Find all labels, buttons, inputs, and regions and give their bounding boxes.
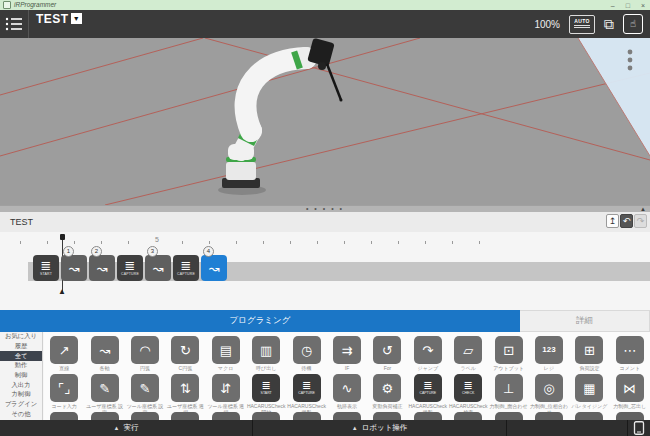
palette-icon-clipped[interactable] <box>575 412 603 420</box>
c-arc-motion-glyph: ↻ <box>180 344 191 357</box>
palette-icon-clipped[interactable] <box>495 412 523 420</box>
palette-cell: ⋯コメント <box>610 332 650 371</box>
force-surface-align-glyph: ⊥ <box>503 382 514 395</box>
playhead-pin-icon[interactable] <box>60 234 65 240</box>
undo-button[interactable]: ↶ <box>620 214 633 228</box>
menu-button[interactable] <box>0 10 29 38</box>
user-frame-setting-icon[interactable]: ✎ <box>91 374 119 402</box>
palette-cell: ⋈力制御_芯出し <box>610 370 650 415</box>
redo-button[interactable]: ↷ <box>634 214 647 228</box>
sidebar-item-history[interactable]: 履歴 <box>0 342 42 352</box>
auto-mode-badge: AUTO <box>569 15 595 34</box>
timeline-step-move-step-2[interactable]: 2↝ <box>89 255 115 281</box>
code-input-glyph: ⌜⌟ <box>58 382 70 395</box>
force-surface-align-icon[interactable]: ⊥ <box>495 374 523 402</box>
joint-motion-icon[interactable]: ↝ <box>91 336 119 364</box>
timeline-step-move-step-1[interactable]: 1↝ <box>61 255 87 281</box>
timeline-step-capture-step-2[interactable]: ≣CAPTURE <box>173 255 199 281</box>
palette-cell: ∿軌跡表示 <box>327 370 367 415</box>
register-icon[interactable]: 123 <box>535 336 563 364</box>
palette-icon-clipped[interactable] <box>212 412 240 420</box>
hacaruscheck-capture-icon[interactable]: ≣CAPTURE <box>293 374 321 402</box>
sidebar-item-favorites[interactable]: お気に入り <box>0 332 42 342</box>
sidebar-item-others[interactable]: その他 <box>0 410 42 420</box>
icon-caption: CAPTURE <box>298 392 315 396</box>
palette-icon-clipped[interactable] <box>454 412 482 420</box>
tab-details[interactable]: 詳細 <box>520 310 650 332</box>
maximize-icon[interactable]: □ <box>626 2 630 9</box>
minimize-icon[interactable]: – <box>611 2 615 9</box>
palette-icon-clipped[interactable] <box>50 412 78 420</box>
force-centering-icon[interactable]: ⋈ <box>616 374 644 402</box>
viewport-3d[interactable] <box>0 38 650 205</box>
trajectory-display-icon[interactable]: ∿ <box>333 374 361 402</box>
sidebar-item-io[interactable]: 入出力 <box>0 380 42 390</box>
palette-cell: ≣CHECKHACARUSCheck 検査 <box>448 370 488 415</box>
code-input-icon[interactable]: ⌜⌟ <box>50 374 78 402</box>
arc-motion-icon[interactable]: ◠ <box>131 336 159 364</box>
hacaruscheck-inspect-icon[interactable]: ≣CHECK <box>454 374 482 402</box>
sidebar-item-plugin[interactable]: プラグイン <box>0 400 42 410</box>
palette-icon-clipped[interactable] <box>293 412 321 420</box>
call-program-icon[interactable]: ▥ <box>252 336 280 364</box>
palette-icon-clipped[interactable] <box>131 412 159 420</box>
wait-icon[interactable]: ◷ <box>293 336 321 364</box>
force-phase-align-icon[interactable]: ◎ <box>535 374 563 402</box>
hacaruscheck-start-icon[interactable]: ≣START <box>252 374 280 402</box>
robot-operation-toggle[interactable]: ▲ ロボット操作 <box>253 420 507 436</box>
sidebar-item-motion[interactable]: 動作 <box>0 361 42 371</box>
jump-icon[interactable]: ↷ <box>414 336 442 364</box>
palette-icon-clipped[interactable] <box>373 412 401 420</box>
hacaruscheck-capture-2-icon[interactable]: ≣CAPTURE <box>414 374 442 402</box>
palletizing-icon[interactable]: ▦ <box>575 374 603 402</box>
playhead-marker-icon[interactable]: ▲ <box>58 288 66 296</box>
palette-cell: ⚙変動負荷補正 <box>367 370 407 415</box>
variable-load-compensation-icon[interactable]: ⚙ <box>373 374 401 402</box>
hacaruscheck-inspect-glyph: ≣ <box>464 380 473 391</box>
palette-icon-label: 力制御_芯出し <box>610 403 650 409</box>
palette-cell: ▤マクロ <box>206 332 246 371</box>
palette-icon-clipped[interactable] <box>91 412 119 420</box>
zoom-level[interactable]: 100% <box>534 19 560 30</box>
sidebar-item-control[interactable]: 制御 <box>0 371 42 381</box>
if-branch-icon[interactable]: ⇉ <box>333 336 361 364</box>
timeline-step-move-step-3[interactable]: 3↝ <box>145 255 171 281</box>
timeline-step-capture-step-1[interactable]: ≣CAPTURE <box>117 255 143 281</box>
palette-icon-clipped[interactable] <box>414 412 442 420</box>
tool-frame-setting-icon[interactable]: ✎ <box>131 374 159 402</box>
payload-setting-icon[interactable]: ⊞ <box>575 336 603 364</box>
timeline-step-move-step-4[interactable]: 4↝ <box>201 255 227 281</box>
timeline-step-start-step[interactable]: ≣START <box>33 255 59 281</box>
palette-icon-label: コード入力 <box>44 403 84 409</box>
for-loop-icon[interactable]: ↺ <box>373 336 401 364</box>
comment-icon[interactable]: ⋯ <box>616 336 644 364</box>
user-frame-select-icon[interactable]: ⇅ <box>171 374 199 402</box>
sidebar-item-force-control[interactable]: 力制御 <box>0 390 42 400</box>
program-selector[interactable]: TEST ▼ <box>36 13 82 26</box>
tab-programming[interactable]: プログラミング <box>0 310 520 332</box>
label-icon[interactable]: ▱ <box>454 336 482 364</box>
linear-motion-icon[interactable]: ↗ <box>50 336 78 364</box>
export-button[interactable]: ↥ <box>606 214 619 228</box>
sidebar-item-all[interactable]: 全て <box>0 351 42 361</box>
palette-icon-clipped[interactable] <box>616 412 644 420</box>
touch-mode-icon[interactable]: ☝ <box>623 14 643 34</box>
tool-frame-select-icon[interactable]: ⇵ <box>212 374 240 402</box>
palette-cell: ↷ジャンプ <box>408 332 448 371</box>
panel-switch-icon[interactable]: ⧉ <box>604 17 614 31</box>
linear-motion-glyph: ↗ <box>59 344 70 357</box>
palette-icon-clipped[interactable] <box>252 412 280 420</box>
close-icon[interactable]: × <box>641 2 645 9</box>
teach-pendant-icon[interactable] <box>630 421 648 435</box>
ruler-tick <box>236 241 237 244</box>
c-arc-motion-icon[interactable]: ↻ <box>171 336 199 364</box>
palette-icon-clipped[interactable] <box>171 412 199 420</box>
output-icon[interactable]: ⊡ <box>495 336 523 364</box>
macro-icon[interactable]: ▤ <box>212 336 240 364</box>
palette-icon-clipped[interactable] <box>333 412 361 420</box>
ruler-tick <box>47 241 48 244</box>
palette-cell: ↺For <box>367 332 407 371</box>
run-panel-toggle[interactable]: ▲ 実行 <box>0 420 253 436</box>
palette-icon-clipped[interactable] <box>535 412 563 420</box>
orbit-control-dots[interactable] <box>628 50 633 71</box>
